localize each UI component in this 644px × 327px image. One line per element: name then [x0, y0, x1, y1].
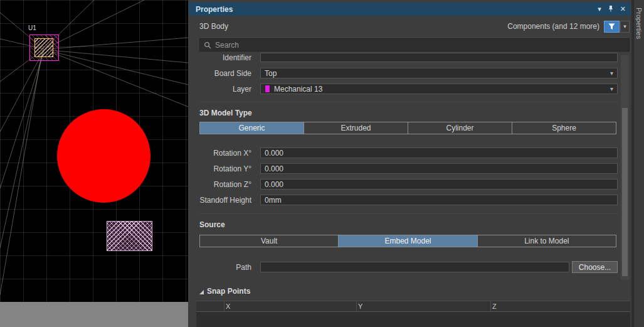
altium-window: U1 Properties ▾ ✕ 3D Body Components (an… [0, 0, 644, 327]
model-type-section-title: 3D Model Type [199, 109, 252, 117]
snap-points-title: Snap Points [207, 287, 250, 296]
close-icon[interactable]: ✕ [620, 6, 626, 13]
column-divider [356, 301, 357, 312]
column-divider [490, 301, 491, 312]
panel-titlebar: Properties ▾ ✕ [189, 3, 631, 16]
source-option-embed-model[interactable]: Embed Model [339, 235, 477, 247]
model-type-segmented-control: Generic Extruded Cylinder Sphere [199, 122, 616, 134]
rotation-y-label: Rotation Y° [199, 163, 251, 174]
chevron-down-icon: ▾ [610, 70, 613, 77]
identifier-input[interactable] [260, 53, 618, 62]
rotation-y-input[interactable] [260, 163, 618, 174]
standoff-height-input[interactable] [260, 195, 618, 205]
scrollbar-thumb[interactable] [622, 108, 628, 276]
snap-points-table-body [196, 312, 630, 327]
component-pad-area [34, 38, 53, 57]
component-footprint[interactable] [29, 35, 59, 61]
filter-button[interactable] [604, 21, 620, 33]
side-tab-label[interactable]: Properties [635, 8, 643, 39]
model-type-option-sphere[interactable]: Sphere [512, 122, 616, 134]
pcb-hatched-region[interactable] [107, 221, 152, 251]
layer-dropdown[interactable]: Mechanical 13 ▾ [260, 83, 618, 94]
column-header-y[interactable]: Y [358, 303, 362, 310]
object-type-label: 3D Body [199, 22, 228, 31]
filter-dropdown-button[interactable]: ▾ [620, 21, 630, 33]
snap-points-table-header: X Y Z [196, 301, 630, 312]
pcb-editor-view[interactable]: U1 [0, 0, 188, 327]
collapse-triangle-icon [199, 290, 204, 294]
titlebar-icons: ▾ ✕ [598, 5, 626, 13]
search-input[interactable] [215, 41, 625, 50]
pcb-red-circle-object[interactable] [57, 109, 150, 203]
funnel-icon [608, 23, 615, 30]
column-header-x[interactable]: X [226, 303, 230, 310]
panel-side-tab[interactable]: Properties [633, 0, 644, 327]
pin-icon[interactable] [608, 5, 614, 13]
chevron-down-icon: ▾ [610, 85, 613, 92]
standoff-height-label: Standoff Height [192, 195, 251, 205]
board-side-label: Board Side [199, 68, 251, 78]
model-type-option-extruded[interactable]: Extruded [304, 122, 408, 134]
path-input[interactable] [260, 262, 569, 272]
source-option-link-to-model[interactable]: Link to Model [478, 235, 616, 247]
rotation-z-input[interactable] [260, 179, 618, 190]
source-segmented-control: Vault Embed Model Link to Model [199, 235, 616, 247]
component-designator: U1 [28, 24, 36, 31]
layer-color-swatch [265, 85, 270, 93]
scope-label: Components (and 12 more) [507, 22, 599, 31]
search-icon [204, 41, 211, 49]
model-type-option-generic[interactable]: Generic [199, 122, 304, 134]
source-option-vault[interactable]: Vault [199, 235, 339, 247]
identifier-label: Identifier [199, 53, 251, 62]
rotation-x-input[interactable] [260, 147, 618, 158]
pcb-board-edge [0, 302, 188, 327]
model-type-option-cylinder[interactable]: Cylinder [408, 122, 512, 134]
source-section-title: Source [199, 220, 225, 229]
layer-label: Layer [199, 83, 251, 94]
column-divider [224, 301, 224, 312]
search-box[interactable] [199, 38, 630, 51]
panel-scrollbar[interactable] [621, 55, 629, 280]
layer-value: Mechanical 13 [274, 85, 322, 94]
snap-points-table: X Y Z [196, 301, 630, 327]
chevron-down-icon[interactable]: ▾ [598, 6, 601, 13]
board-side-dropdown[interactable]: Top ▾ [260, 68, 618, 78]
column-header-z[interactable]: Z [492, 303, 497, 310]
path-label: Path [199, 262, 251, 272]
board-side-value: Top [265, 69, 277, 78]
rotation-z-label: Rotation Z° [199, 179, 251, 190]
panel-header-row: 3D Body Components (and 12 more) ▾ [199, 20, 630, 33]
separator [199, 213, 618, 214]
snap-points-header[interactable]: Snap Points [199, 287, 250, 296]
rotation-x-label: Rotation X° [199, 147, 251, 158]
separator [199, 102, 618, 102]
scope-controls: Components (and 12 more) ▾ [507, 21, 630, 33]
panel-title: Properties [196, 5, 233, 14]
choose-button[interactable]: Choose... [572, 261, 618, 273]
properties-panel: Properties ▾ ✕ 3D Body Components (and 1… [188, 0, 631, 327]
